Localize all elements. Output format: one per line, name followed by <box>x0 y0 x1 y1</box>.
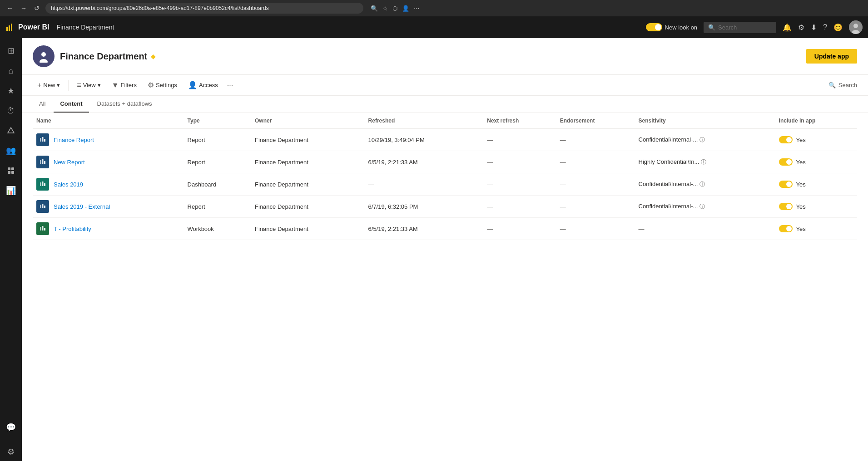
settings-button[interactable]: ⚙ Settings <box>143 78 182 92</box>
item-icon-4 <box>36 222 49 235</box>
topnav: Power BI Finance Department New look on … <box>0 16 868 38</box>
cell-endorsement-4: — <box>556 218 635 240</box>
sidebar-item-apps[interactable] <box>2 122 20 140</box>
svg-rect-16 <box>40 160 41 164</box>
workspace-title: Finance Department <box>60 51 147 62</box>
include-toggle-4[interactable] <box>779 225 793 232</box>
sensitivity-text-0: Confidential\Internal-... <box>639 136 698 143</box>
cell-next-refresh-0: — <box>483 129 556 151</box>
search-input[interactable] <box>718 24 773 31</box>
forward-button[interactable]: → <box>18 4 29 13</box>
sidebar-item-workspaces[interactable] <box>2 162 20 180</box>
cell-endorsement-0: — <box>556 129 635 151</box>
tab-content[interactable]: Content <box>54 96 89 113</box>
cell-next-refresh-2: — <box>483 173 556 196</box>
item-name-0[interactable]: Finance Report <box>54 137 94 143</box>
table-row: Finance Report Report Finance Department… <box>33 129 857 151</box>
include-toggle-1[interactable] <box>779 158 793 166</box>
filters-button[interactable]: ▼ Filters <box>107 79 141 92</box>
update-app-button[interactable]: Update app <box>806 49 857 64</box>
sensitivity-info-icon-3[interactable]: ⓘ <box>699 203 705 210</box>
svg-rect-17 <box>42 159 44 164</box>
svg-rect-10 <box>11 171 14 174</box>
back-button[interactable]: ← <box>5 4 15 13</box>
svg-rect-15 <box>44 139 45 142</box>
sensitivity-text-3: Confidential\Internal-... <box>639 203 698 210</box>
settings-icon[interactable]: ⚙ <box>798 23 804 32</box>
new-button[interactable]: + New ▾ <box>33 79 64 92</box>
search-inline-label: Search <box>838 82 857 88</box>
table-header-row: Name Type Owner Refreshed Next refresh E… <box>33 113 857 129</box>
feedback-icon[interactable]: 😊 <box>833 23 843 32</box>
item-name-2[interactable]: Sales 2019 <box>54 181 83 188</box>
svg-point-11 <box>41 52 46 57</box>
include-toggle-2[interactable] <box>779 181 793 188</box>
cell-sensitivity-4: — <box>635 218 775 240</box>
sidebar-item-recent[interactable]: ⏱ <box>2 102 20 120</box>
star-icon[interactable]: ☆ <box>382 5 388 12</box>
search-inline-icon: 🔍 <box>828 82 836 88</box>
cell-refreshed-2: — <box>365 173 484 196</box>
tab-all[interactable]: All <box>33 96 52 113</box>
content-table: Name Type Owner Refreshed Next refresh E… <box>22 113 868 240</box>
browser-bar: ← → ↺ 🔍 ☆ ⬡ 👤 ⋯ <box>0 0 868 16</box>
toolbar-search[interactable]: 🔍 Search <box>828 82 857 88</box>
powerbi-logo-icon <box>5 23 15 32</box>
sensitivity-info-icon-1[interactable]: ⓘ <box>701 159 706 165</box>
search-box-icon: 🔍 <box>708 24 715 31</box>
item-name-1[interactable]: New Report <box>54 159 85 166</box>
url-bar[interactable] <box>45 3 363 14</box>
include-toggle-3[interactable] <box>779 203 793 210</box>
cell-next-refresh-3: — <box>483 196 556 218</box>
col-header-include: Include in app <box>775 113 857 129</box>
cell-include-2: Yes <box>775 173 857 196</box>
sensitivity-info-icon-0[interactable]: ⓘ <box>699 137 705 143</box>
cell-refreshed-3: 6/7/19, 6:32:05 PM <box>365 196 484 218</box>
item-icon-0 <box>36 133 49 146</box>
col-header-refreshed: Refreshed <box>365 113 484 129</box>
sidebar-item-settings-bottom[interactable]: ⚙ <box>2 443 20 461</box>
new-look-toggle[interactable]: New look on <box>646 23 698 31</box>
svg-rect-26 <box>42 226 44 230</box>
svg-rect-13 <box>40 138 41 142</box>
browser-icons: 🔍 ☆ ⬡ 👤 ⋯ <box>371 5 420 12</box>
help-icon[interactable]: ? <box>823 23 827 31</box>
svg-point-4 <box>853 24 858 28</box>
new-look-pill[interactable] <box>646 23 662 31</box>
app-logo[interactable]: Power BI <box>5 23 49 32</box>
sidebar-item-learn[interactable]: 💬 <box>2 418 20 436</box>
notifications-icon[interactable]: 🔔 <box>783 23 792 32</box>
svg-rect-21 <box>44 183 45 186</box>
extension-icon[interactable]: ⬡ <box>392 5 397 12</box>
cell-include-0: Yes <box>775 129 857 151</box>
table-row: T - Profitability Workbook Finance Depar… <box>33 218 857 240</box>
include-toggle-0[interactable] <box>779 136 793 143</box>
sidebar: ⊞ ⌂ ★ ⏱ 👥 📊 💬 ⚙ <box>0 38 22 461</box>
svg-rect-8 <box>11 167 14 170</box>
view-button[interactable]: ≡ View ▾ <box>72 79 105 92</box>
view-label: View <box>83 82 96 88</box>
download-icon[interactable]: ⬇ <box>811 23 817 32</box>
refresh-button[interactable]: ↺ <box>32 4 42 13</box>
workspace-name-topnav: Finance Department <box>56 24 114 31</box>
more-browser-icon[interactable]: ⋯ <box>414 5 420 12</box>
item-name-3[interactable]: Sales 2019 - External <box>54 203 110 210</box>
workspaces-icon <box>7 167 15 175</box>
sidebar-item-shared[interactable]: 👥 <box>2 142 20 160</box>
settings-gear-icon: ⚙ <box>148 81 154 89</box>
sensitivity-info-icon-2[interactable]: ⓘ <box>699 181 705 187</box>
avatar[interactable] <box>849 20 863 34</box>
include-label-1: Yes <box>796 159 806 166</box>
profile-icon[interactable]: 👤 <box>402 5 409 12</box>
sidebar-item-apps-menu[interactable]: ⊞ <box>2 42 20 60</box>
workspace-avatar-icon <box>37 50 50 63</box>
sidebar-item-datasets[interactable]: 📊 <box>2 181 20 200</box>
sidebar-item-favorites[interactable]: ★ <box>2 82 20 100</box>
workspace-avatar <box>33 45 55 67</box>
sidebar-item-home[interactable]: ⌂ <box>2 62 20 80</box>
access-button[interactable]: 👤 Access <box>184 78 223 92</box>
item-name-4[interactable]: T - Profitability <box>54 226 91 232</box>
search-box[interactable]: 🔍 <box>704 22 776 33</box>
tab-datasets[interactable]: Datasets + dataflows <box>91 96 159 113</box>
more-options-button[interactable]: ··· <box>224 80 236 90</box>
